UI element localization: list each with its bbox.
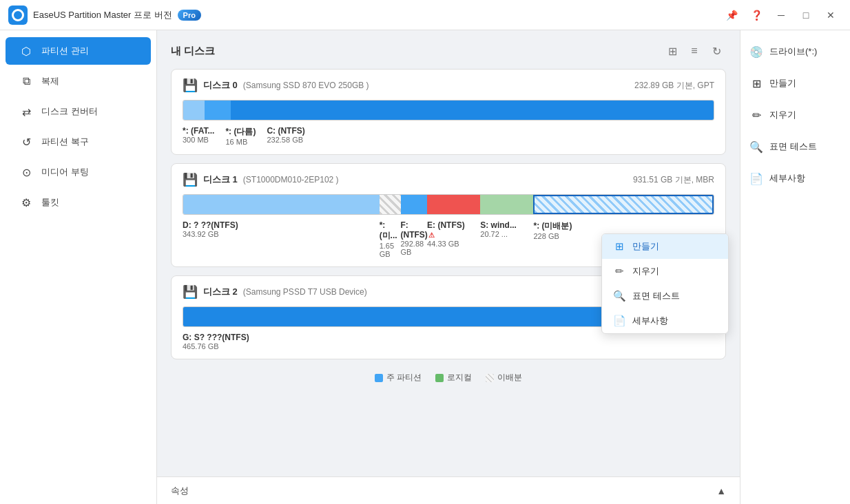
disk1-partition-bar bbox=[183, 194, 714, 215]
legend-dot-logical bbox=[435, 374, 444, 382]
disk0-label2-size: 232.58 GB bbox=[267, 136, 304, 144]
right-panel-surface-label: 표면 테스트 bbox=[769, 140, 817, 153]
grid-view-button[interactable]: ⊞ bbox=[663, 41, 682, 61]
disk1-part1-seg[interactable] bbox=[380, 195, 401, 214]
right-panel-drive[interactable]: 💿 드라이브(*:) bbox=[749, 41, 842, 62]
context-menu-item-erase[interactable]: ✏ 지우기 bbox=[602, 259, 728, 284]
disk1-label2-size: 292.88 GB bbox=[401, 240, 417, 256]
details-menu-icon: 📄 bbox=[613, 315, 625, 327]
bottom-bar: 속성 ▲ bbox=[157, 476, 740, 504]
disk0-part0-seg[interactable] bbox=[183, 101, 205, 120]
disk0-part1-seg[interactable] bbox=[205, 101, 231, 120]
sidebar-item-clone[interactable]: ⧉ 복제 bbox=[6, 67, 151, 95]
maximize-button[interactable]: □ bbox=[795, 6, 817, 25]
create-icon: ⊞ bbox=[749, 76, 764, 91]
disk-converter-icon: ⇄ bbox=[19, 105, 33, 118]
disk0-label0-size: 300 MB bbox=[183, 136, 214, 144]
section-header: 내 디스크 ⊞ ≡ ↻ bbox=[171, 41, 726, 61]
media-boot-icon: ⊙ bbox=[19, 165, 33, 179]
bottom-arrow[interactable]: ▲ bbox=[716, 485, 726, 496]
disk1-label0-size: 343.92 GB bbox=[183, 230, 369, 238]
list-view-button[interactable]: ≡ bbox=[685, 41, 704, 61]
legend-dot-unallocated bbox=[486, 374, 494, 382]
view-controls: ⊞ ≡ ↻ bbox=[663, 41, 726, 61]
disk0-name: 디스크 0 bbox=[203, 79, 238, 92]
titlebar: EaseUS Partition Master 프로 버전 Pro 📌 ❓ ─ … bbox=[0, 0, 850, 30]
disk1-label3-size: 44.33 GB bbox=[427, 240, 469, 248]
disk1-part3-seg[interactable] bbox=[427, 195, 480, 214]
sidebar-item-media-boot[interactable]: ⊙ 미디어 부팅 bbox=[6, 158, 151, 186]
disk0-partition-bar bbox=[183, 100, 714, 120]
disk1-label-1: *: (미... 1.65 GB bbox=[380, 220, 401, 258]
sidebar-item-partition-recovery[interactable]: ↺ 파티션 복구 bbox=[6, 128, 151, 156]
sidebar-item-label: 파티션 복구 bbox=[41, 136, 89, 148]
disk1-label4-name: S: wind... bbox=[480, 220, 522, 230]
disk-card-0: 💾 디스크 0 (Samsung SSD 870 EVO 250GB ) 232… bbox=[171, 69, 726, 155]
right-panel-create[interactable]: ⊞ 만들기 bbox=[749, 73, 842, 94]
disk2-model: (Samsung PSSD T7 USB Device) bbox=[243, 287, 367, 297]
disk0-label1-size: 16 MB bbox=[225, 138, 256, 146]
legend-label-logical: 로지컬 bbox=[447, 372, 472, 384]
disk2-label0-size: 465.76 GB bbox=[183, 342, 249, 350]
close-button[interactable]: ✕ bbox=[820, 6, 842, 25]
sidebar: ⬡ 파티션 관리 ⧉ 복제 ⇄ 디스크 컨버터 ↺ 파티션 복구 ⊙ 미디어 부… bbox=[0, 30, 157, 504]
disk0-label-1: *: (다름) 16 MB bbox=[225, 126, 267, 146]
disk1-icon: 💾 bbox=[183, 172, 198, 187]
sidebar-item-disk-converter[interactable]: ⇄ 디스크 컨버터 bbox=[6, 98, 151, 125]
disk1-label-2: F: (NTFS) 292.88 GB bbox=[401, 220, 428, 258]
disk2-name: 디스크 2 bbox=[203, 286, 238, 298]
right-panel-details[interactable]: 📄 세부사항 bbox=[749, 168, 842, 189]
error-badge: ⚠ bbox=[428, 231, 435, 239]
right-panel-surface-test[interactable]: 🔍 표면 테스트 bbox=[749, 136, 842, 157]
disk0-labels: *: (FAT... 300 MB *: (다름) 16 MB C: (NTFS… bbox=[183, 126, 714, 146]
context-menu-item-create[interactable]: ⊞ 만들기 bbox=[602, 234, 728, 259]
disk0-label1-name: *: (다름) bbox=[225, 126, 256, 138]
context-menu-create-label: 만들기 bbox=[632, 240, 659, 253]
right-panel-erase[interactable]: ✏ 지우기 bbox=[749, 105, 842, 125]
disk0-icon: 💾 bbox=[183, 78, 198, 93]
erase-icon: ✏ bbox=[749, 107, 764, 123]
disk1-label4-size: 20.72 ... bbox=[480, 230, 522, 238]
disk1-name-row: 💾 디스크 1 (ST1000DM010-2EP102 ) bbox=[183, 172, 339, 187]
bottom-title: 속성 bbox=[171, 485, 189, 497]
disk0-label2-name: C: (NTFS) bbox=[267, 126, 304, 136]
right-panel: 💿 드라이브(*:) ⊞ 만들기 ✏ 지우기 🔍 표면 테스트 📄 세부사항 bbox=[740, 30, 850, 504]
legend-bar: 주 파티션 로지컬 이배분 bbox=[171, 368, 726, 388]
right-panel-drive-label: 드라이브(*:) bbox=[769, 45, 817, 58]
details-icon: 📄 bbox=[749, 171, 764, 186]
disk0-part2-seg[interactable] bbox=[231, 101, 714, 120]
disk1-label1-size: 1.65 GB bbox=[380, 242, 390, 258]
context-menu-item-surface-test[interactable]: 🔍 표면 테스트 bbox=[602, 284, 728, 308]
legend-item-primary: 주 파티션 bbox=[375, 372, 422, 384]
pin-button[interactable]: 📌 bbox=[721, 6, 743, 25]
disk2-label0-name: G: S? ???(NTFS) bbox=[183, 333, 249, 342]
context-menu-item-details[interactable]: 📄 세부사항 bbox=[602, 308, 728, 333]
disk1-label0-name: D: ? ??(NTFS) bbox=[183, 220, 369, 230]
sidebar-item-toolkit[interactable]: ⚙ 툴킷 bbox=[6, 189, 151, 216]
legend-dot-primary bbox=[375, 374, 383, 382]
disk0-label-0: *: (FAT... 300 MB bbox=[183, 126, 225, 146]
sidebar-item-label: 파티션 관리 bbox=[41, 45, 89, 57]
disk0-size: 232.89 GB 기본, GPT bbox=[634, 80, 714, 92]
disk1-part4-seg[interactable] bbox=[480, 195, 533, 214]
sidebar-item-partition-mgr[interactable]: ⬡ 파티션 관리 bbox=[6, 37, 151, 65]
minimize-button[interactable]: ─ bbox=[770, 6, 792, 25]
disk1-part0-seg[interactable] bbox=[183, 195, 380, 214]
disk1-size: 931.51 GB 기본, MBR bbox=[633, 174, 714, 186]
section-title: 내 디스크 bbox=[171, 45, 215, 58]
surface-test-menu-icon: 🔍 bbox=[613, 290, 625, 302]
right-panel-create-label: 만들기 bbox=[769, 77, 796, 90]
disk0-name-row: 💾 디스크 0 (Samsung SSD 870 EVO 250GB ) bbox=[183, 78, 369, 93]
refresh-button[interactable]: ↻ bbox=[707, 41, 726, 61]
disk0-model: (Samsung SSD 870 EVO 250GB ) bbox=[243, 81, 369, 90]
pro-badge: Pro bbox=[178, 10, 201, 21]
legend-label-primary: 주 파티션 bbox=[386, 372, 422, 384]
disk0-header: 💾 디스크 0 (Samsung SSD 870 EVO 250GB ) 232… bbox=[183, 78, 714, 93]
disk1-label-3: E: (NTFS) ⚠ 44.33 GB bbox=[427, 220, 480, 258]
disk2-label-0: G: S? ???(NTFS) 465.76 GB bbox=[183, 333, 260, 350]
disk1-part5-seg[interactable] bbox=[533, 195, 714, 214]
disk0-label0-name: *: (FAT... bbox=[183, 126, 214, 136]
disk1-part2-seg[interactable] bbox=[401, 195, 428, 214]
help-button[interactable]: ❓ bbox=[745, 6, 767, 25]
disk1-label2-name: F: (NTFS) bbox=[401, 220, 417, 240]
